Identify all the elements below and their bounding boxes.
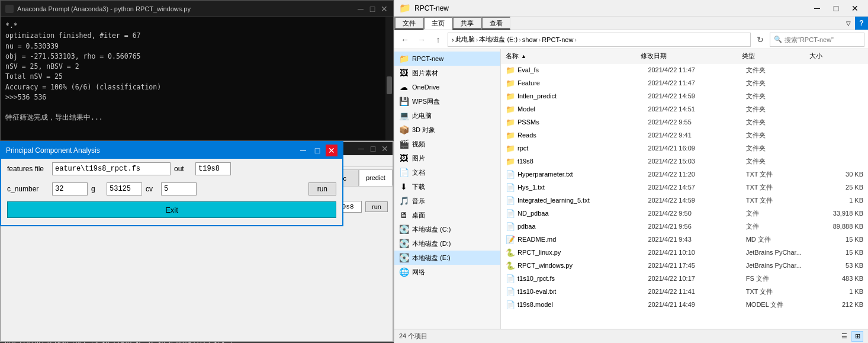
sidebar-item-wps[interactable]: 💾 WPS网盘	[394, 94, 500, 108]
breadcrumb-show[interactable]: show	[522, 36, 538, 43]
address-input[interactable]: › 此电脑 › 本地磁盘 (E:) › show › RPCT-new ›	[448, 33, 751, 47]
ribbon-expand-button[interactable]: ▽	[842, 17, 855, 30]
terminal-close-button[interactable]: ✕	[380, 5, 388, 13]
col-name-label: 名称	[506, 52, 519, 60]
file-icon: 📁	[506, 156, 515, 166]
explorer-maximize-button[interactable]: □	[828, 2, 844, 15]
pca-run-button[interactable]: run	[308, 182, 336, 195]
sidebar-item-drive-c[interactable]: 💽 本地磁盘 (C:)	[394, 222, 500, 236]
col-header-name[interactable]: 名称 ▲	[506, 52, 641, 60]
terminal-scrollbar[interactable]	[385, 17, 393, 140]
file-type: TXT 文件	[746, 183, 811, 192]
pca-cnumber-input[interactable]	[52, 182, 88, 195]
up-button[interactable]: ↑	[431, 33, 445, 47]
view-btn-list[interactable]: ⊞	[851, 331, 863, 342]
rpct-maximize-button[interactable]: □	[369, 145, 377, 153]
file-icon: 🐍	[506, 248, 515, 257]
file-row[interactable]: 📄 ND_pdbaa 2021/4/22 9:50 文件 33,918 KB	[501, 207, 868, 220]
search-box[interactable]: 🔍	[770, 33, 864, 47]
file-name: rpct	[517, 145, 648, 152]
ribbon-tab-file[interactable]: 文件	[394, 17, 423, 30]
file-name: Reads	[517, 132, 648, 139]
file-row[interactable]: 📁 rpct 2021/4/21 16:09 文件夹	[501, 142, 868, 155]
explorer-close-button[interactable]: ✕	[847, 2, 863, 15]
sidebar-item-drive-d[interactable]: 💽 本地磁盘 (D:)	[394, 236, 500, 251]
breadcrumb-rpct-new[interactable]: RPCT-new	[542, 36, 573, 43]
col-header-type[interactable]: 类型	[742, 52, 809, 60]
sidebar-item-img[interactable]: 🖼 图片	[394, 151, 500, 165]
sidebar-item-music[interactable]: 🎵 音乐	[394, 194, 500, 208]
file-row[interactable]: 📄 pdbaa 2021/4/21 9:56 文件 89,888 KB	[501, 220, 868, 233]
file-row[interactable]: 📁 Model 2021/4/22 14:51 文件夹	[501, 102, 868, 116]
file-row[interactable]: 📁 t19s8 2021/4/22 15:03 文件夹	[501, 155, 868, 168]
file-row[interactable]: 📁 Feature 2021/4/22 11:47 文件夹	[501, 76, 868, 89]
pca-exit-button[interactable]: Exit	[7, 201, 336, 218]
sidebar-item-video[interactable]: 🎬 视频	[394, 137, 500, 151]
col-type-label: 类型	[742, 52, 755, 60]
file-row[interactable]: 📁 Intlen_predict 2021/4/22 14:59 文件夹	[501, 89, 868, 102]
file-date: 2021/4/22 11:20	[648, 171, 745, 178]
sidebar-item-docs[interactable]: 📄 文档	[394, 165, 500, 179]
help-button[interactable]: ?	[855, 17, 868, 30]
explorer-minimize-button[interactable]: ─	[809, 2, 825, 15]
forward-button[interactable]: →	[414, 33, 429, 47]
file-type: 文件夹	[746, 66, 811, 75]
file-row[interactable]: 📄 t1s10_rpct.fs 2021/4/22 10:17 FS 文件 48…	[501, 272, 868, 285]
col-header-size[interactable]: 大小	[809, 52, 863, 60]
file-row[interactable]: 📄 Hyperparameter.txt 2021/4/22 11:20 TXT…	[501, 168, 868, 181]
sidebar-label-pictures: 图片素材	[412, 69, 438, 78]
sidebar-item-onedrive[interactable]: ☁ OneDrive	[394, 80, 500, 94]
file-date: 2021/4/22 11:41	[648, 288, 745, 295]
view-btn-details[interactable]: ☰	[838, 331, 850, 342]
breadcrumb-drive[interactable]: 本地磁盘 (E:)	[479, 35, 517, 44]
file-row[interactable]: 🐍 RPCT_linux.py 2021/4/21 10:10 JetBrain…	[501, 246, 868, 259]
ribbon-tab-share[interactable]: 共享	[452, 17, 481, 30]
terminal-maximize-button[interactable]: □	[368, 5, 377, 13]
file-date: 2021/4/21 14:49	[648, 301, 745, 308]
pca-out-input[interactable]	[195, 162, 231, 175]
pca-g-input[interactable]	[107, 182, 142, 195]
file-date: 2021/4/22 9:50	[648, 210, 745, 217]
sidebar-item-3d[interactable]: 📦 3D 对象	[394, 123, 500, 137]
sidebar-item-drive-e[interactable]: 💽 本地磁盘 (E:)	[394, 251, 500, 265]
refresh-button[interactable]: ↻	[753, 33, 767, 47]
file-row[interactable]: 📄 t19s8.model 2021/4/21 14:49 MODEL 文件 2…	[501, 298, 868, 311]
file-type: 文件夹	[746, 144, 811, 153]
sidebar-item-downloads[interactable]: ⬇ 下载	[394, 179, 500, 194]
file-row[interactable]: 📁 Eval_fs 2021/4/22 11:47 文件夹	[501, 63, 868, 76]
sidebar-item-computer[interactable]: 💻 此电脑	[394, 108, 500, 123]
search-icon: 🔍	[774, 36, 782, 43]
back-button[interactable]: ←	[398, 33, 412, 47]
file-date: 2021/4/21 9:43	[648, 236, 745, 243]
terminal-minimize-button[interactable]: ─	[356, 5, 365, 13]
file-row[interactable]: 📝 README.md 2021/4/21 9:43 MD 文件 15 KB	[501, 233, 868, 246]
sidebar-item-rpct-new[interactable]: 📁 RPCT-new	[394, 52, 500, 66]
file-date: 2021/4/22 14:57	[648, 184, 745, 191]
col-size-label: 大小	[809, 52, 822, 60]
file-row[interactable]: 📄 t1s10-eval.txt 2021/4/22 11:41 TXT 文件 …	[501, 285, 868, 298]
pca-cv-input[interactable]	[161, 182, 197, 195]
file-row[interactable]: 📄 Hys_1.txt 2021/4/22 14:57 TXT 文件 25 KB	[501, 181, 868, 194]
file-size: 483 KB	[811, 275, 863, 282]
search-input[interactable]	[785, 36, 860, 43]
breadcrumb-computer[interactable]: 此电脑	[455, 35, 475, 44]
pca-maximize-button[interactable]: □	[311, 145, 323, 156]
file-row[interactable]: 📄 Integrated_learning_5.txt 2021/4/22 14…	[501, 194, 868, 207]
pca-minimize-button[interactable]: ─	[297, 145, 309, 156]
predict-run-button[interactable]: run	[365, 201, 388, 212]
rpct-nav-predict[interactable]: predict	[359, 169, 393, 186]
file-row[interactable]: 🐍 RPCT_windows.py 2021/4/21 17:45 JetBra…	[501, 259, 868, 272]
col-header-date[interactable]: 修改日期	[641, 52, 742, 60]
pca-close-button[interactable]: ✕	[326, 145, 337, 156]
sidebar-item-desktop[interactable]: 🖥 桌面	[394, 208, 500, 222]
file-row[interactable]: 📁 Reads 2021/4/22 9:41 文件夹	[501, 129, 868, 142]
ribbon-tab-view[interactable]: 查看	[481, 17, 510, 30]
file-size: 1 KB	[811, 197, 863, 204]
sidebar-item-pictures[interactable]: 🖼 图片素材	[394, 66, 500, 80]
sidebar-item-network[interactable]: 🌐 网络	[394, 265, 500, 279]
pca-features-input[interactable]	[52, 162, 171, 175]
rpct-minimize-button[interactable]: ─	[357, 145, 365, 153]
rpct-close-button[interactable]: ✕	[381, 145, 389, 153]
ribbon-tab-home[interactable]: 主页	[423, 17, 452, 30]
file-row[interactable]: 📁 PSSMs 2021/4/22 9:55 文件夹	[501, 116, 868, 129]
